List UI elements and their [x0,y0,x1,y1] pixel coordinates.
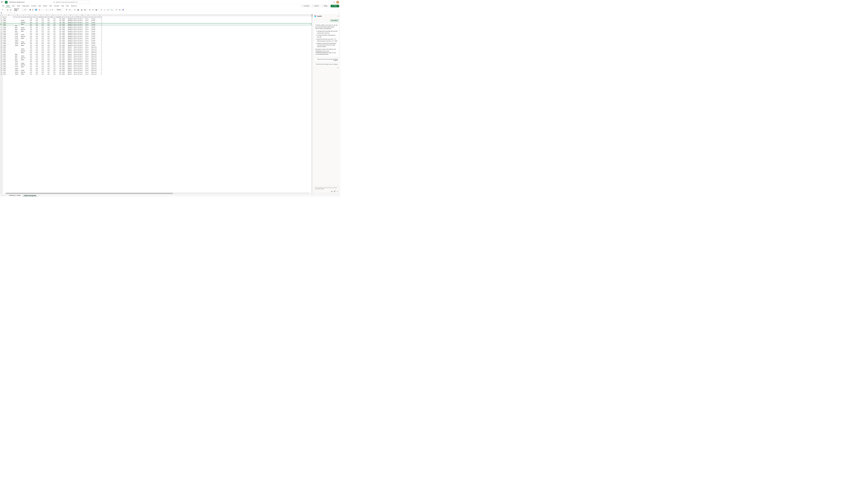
table-row[interactable]: 10001ADMSMALL0.000.000.000.000.000.00100… [3,59,311,61]
cell[interactable]: 0.00 [44,52,50,54]
cell[interactable]: BALANCE S [68,25,73,27]
cell[interactable]: 0.00 [27,61,32,62]
cell[interactable]: 0.00 [56,45,62,46]
sheet-menu-button[interactable]: ≡ [5,195,7,196]
cell[interactable]: 10000 [3,23,15,25]
cell[interactable]: 0.00 [44,64,50,66]
cell[interactable]: 0.00 [44,45,50,46]
mic-icon[interactable]: 🎤 [334,190,335,192]
cell[interactable]: Assets [85,27,91,29]
cell[interactable]: 10000 [62,23,68,25]
cell[interactable]: Begin-Total [91,52,97,54]
cell[interactable]: PROD [15,61,21,62]
cell[interactable]: BALANCE S [68,36,73,38]
cell[interactable]: 10001 [3,59,15,61]
cell[interactable]: Assets [85,48,91,50]
cell[interactable]: 10001 [62,50,68,52]
cell[interactable]: Assets [85,22,91,23]
row-header[interactable]: 13 [0,38,2,39]
cell[interactable]: BALANCE S [68,22,73,23]
table-row[interactable]: 10001SALESMEDIUM0.000.000.000.000.000.00… [3,71,311,73]
cell[interactable]: Assets [79,59,85,61]
cell[interactable]: Balance She [73,20,79,22]
cell[interactable]: 10001 [62,71,68,73]
cell[interactable]: 0.00 [56,23,62,25]
cell[interactable]: 0.00 [44,43,50,45]
format-cells-button[interactable]: ◧ [95,8,97,11]
cell[interactable]: Heading [91,34,97,36]
cell[interactable]: 0 [97,34,102,36]
cell[interactable]: LARGE [21,27,27,29]
cell[interactable]: 0.00 [32,52,38,54]
cell[interactable]: 0.00 [38,32,44,34]
row-header[interactable]: 4 [0,22,2,23]
cell[interactable]: 0.00 [56,48,62,50]
cell[interactable]: 0.00 [50,64,56,66]
cell[interactable]: Heading [91,29,97,30]
cell[interactable]: ASSETS [68,48,73,50]
cell[interactable] [15,18,21,20]
row-header[interactable]: 17 [0,45,2,46]
cell[interactable]: Balance She [73,67,79,70]
cell[interactable]: Balance She [73,52,79,54]
cell[interactable]: SMALL [21,73,27,75]
cell[interactable]: Balance She [73,46,79,48]
cell[interactable]: Balance She [73,36,79,38]
cell[interactable] [21,67,27,70]
cell[interactable]: 0.00 [27,22,32,23]
cell[interactable]: 0.00 [50,73,56,75]
col-header-F[interactable]: F [38,14,44,16]
row-header[interactable]: 27 [0,62,2,64]
cell[interactable]: 10000 [62,27,68,29]
cell[interactable]: Assets [79,52,85,54]
cell[interactable]: SMALL [21,38,27,39]
cell[interactable]: MEDIUM [21,29,27,30]
align-button[interactable]: ≡ [46,8,48,11]
row-header[interactable]: 32 [0,71,2,73]
cell[interactable]: SALES [15,71,21,73]
cell[interactable]: 10000 [3,25,15,27]
cell[interactable]: Balance She [73,34,79,36]
table-row[interactable]: 10001ADMLARGE0.000.000.000.000.000.00100… [3,55,311,57]
format-painter-button[interactable]: 🖌 [10,8,12,11]
cell[interactable]: BALANCE S [68,23,73,25]
cell[interactable] [15,50,21,52]
borders-button[interactable]: ⊞ [31,8,33,11]
cell[interactable]: 0.00 [32,71,38,73]
col-header-D[interactable]: D [27,14,32,16]
cell[interactable]: 10000 [3,34,15,36]
currency-button[interactable]: $ [65,8,68,11]
wrap-button[interactable]: ↲ [49,8,51,11]
cell[interactable]: 0.00 [50,25,56,27]
cell[interactable]: Balance She [73,70,79,71]
cell[interactable]: 0.00 [38,38,44,39]
cell[interactable]: 0.00 [38,71,44,73]
cell[interactable]: PROD [15,36,21,38]
filter-icon[interactable]: ▼ [54,17,55,18]
cell[interactable]: 0.00 [44,59,50,61]
cell[interactable]: LARGE [21,55,27,57]
row-header[interactable]: 7 [0,27,2,29]
cell[interactable]: 10001 [62,73,68,75]
cell[interactable]: 10001 [3,61,15,62]
ribbon-tab-view[interactable]: View [48,5,53,7]
cell[interactable]: 0.00 [44,50,50,52]
table-row[interactable]: 10000ADMMEDIUM0.000.000.000.000.000.0010… [3,29,311,30]
cell[interactable]: Assets [85,55,91,57]
row-header[interactable]: 3 [0,20,2,22]
cell[interactable]: Assets [85,23,91,25]
table-format-button[interactable]: ▥ [81,8,83,11]
cell[interactable]: 10000 [3,36,15,38]
cell[interactable] [15,52,21,54]
cell[interactable]: 0.00 [38,18,44,20]
cell[interactable]: 0.00 [50,50,56,52]
cell[interactable]: Heading [91,22,97,23]
cell[interactable]: ADM [15,29,21,30]
cell[interactable]: Begin-Total [91,73,97,75]
cell[interactable]: 0.00 [56,30,62,32]
cell[interactable]: 0 [97,46,102,48]
cell[interactable]: Assets [79,62,85,64]
insert-cells-button[interactable]: ⊕ [89,8,91,11]
row-header[interactable]: 25 [0,59,2,61]
cell[interactable]: PROD [15,62,21,64]
